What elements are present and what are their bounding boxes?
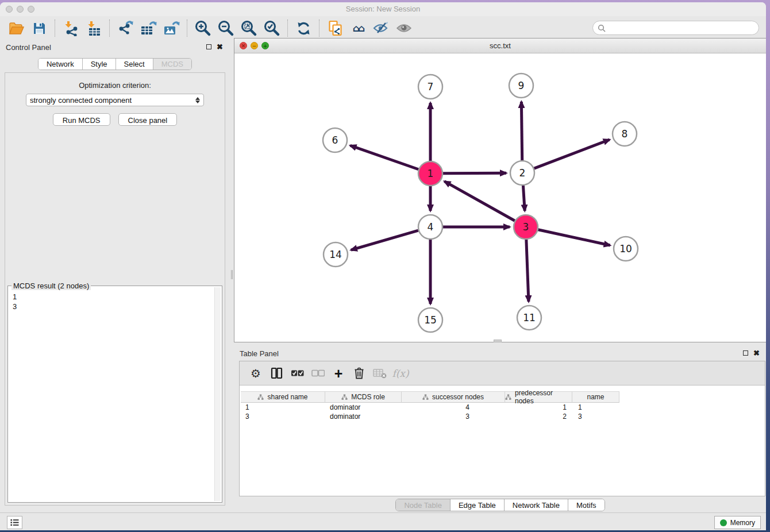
zoom-out-icon[interactable] <box>216 19 236 37</box>
table-row[interactable]: 1dominator411 <box>241 403 764 412</box>
node-7[interactable]: 7 <box>418 75 442 99</box>
edge-2-3[interactable] <box>523 186 525 211</box>
show-all-eye-icon[interactable] <box>394 19 414 37</box>
edge-3-11[interactable] <box>526 240 529 302</box>
node-2[interactable]: 2 <box>510 161 534 185</box>
node-1[interactable]: 1 <box>418 161 442 186</box>
zoom-fit-icon[interactable] <box>239 19 259 37</box>
edge-1-2[interactable] <box>443 173 506 174</box>
toolbar-separator <box>55 20 55 37</box>
close-panel-icon[interactable]: ✖ <box>753 350 760 356</box>
node-9[interactable]: 9 <box>509 74 533 98</box>
hide-selected-eye-icon[interactable] <box>371 19 391 37</box>
apply-preferred-layout-icon[interactable]: ⌂⌂ <box>348 19 368 37</box>
cell-MCDS-role: dominator <box>325 412 402 421</box>
node-15[interactable]: 15 <box>418 308 442 332</box>
memory-button[interactable]: Memory <box>714 516 761 529</box>
edge-3-10[interactable] <box>538 230 610 245</box>
refresh-view-icon[interactable] <box>294 19 313 37</box>
criterion-dropdown-value: strongly connected component <box>30 96 132 105</box>
close-panel-button[interactable]: Close panel <box>118 113 178 126</box>
column-header-shared-name[interactable]: shared name <box>241 391 325 403</box>
edge-2-9[interactable] <box>521 102 522 160</box>
mcds-result-line: 3 <box>13 302 211 311</box>
column-header-MCDS-role[interactable]: MCDS role <box>325 391 402 403</box>
toolbar-separator <box>187 20 187 37</box>
node-3[interactable]: 3 <box>514 215 538 239</box>
column-header-successor-nodes[interactable]: successor nodes <box>402 391 505 403</box>
edge-4-14[interactable] <box>351 230 418 250</box>
tab-style[interactable]: Style <box>83 59 116 70</box>
tab-mcds[interactable]: MCDS <box>153 59 191 70</box>
deselect-all-checkboxes-icon[interactable] <box>307 364 328 383</box>
save-session-icon[interactable] <box>29 19 49 37</box>
result-scrollbar[interactable] <box>214 287 221 501</box>
import-network-icon[interactable] <box>61 19 80 37</box>
optimization-criterion-label: Optimization criterion: <box>5 81 225 90</box>
memory-status-icon <box>720 519 727 526</box>
delete-row-icon[interactable] <box>349 364 369 383</box>
import-table-icon[interactable] <box>84 19 103 37</box>
tab-motifs[interactable]: Motifs <box>568 499 605 511</box>
close-panel-icon[interactable]: ✖ <box>217 44 223 50</box>
tree-hierarchy-icon <box>422 394 429 400</box>
float-panel-icon[interactable] <box>206 44 211 49</box>
zoom-in-icon[interactable] <box>193 19 213 37</box>
edge-2-8[interactable] <box>534 140 610 168</box>
node-4[interactable]: 4 <box>418 215 442 239</box>
search-icon <box>598 24 606 32</box>
table-panel: Table Panel ✖ ⚙ + <box>234 347 766 515</box>
duplicate-network-icon[interactable] <box>325 19 345 37</box>
column-header-predecessor-nodes[interactable]: predecessor nodes <box>505 391 572 403</box>
run-mcds-button[interactable]: Run MCDS <box>53 113 110 126</box>
column-header-label: successor nodes <box>432 393 484 401</box>
cell-name: 1 <box>572 403 619 412</box>
mcds-result-list[interactable]: 13 <box>9 287 214 501</box>
column-layout-icon[interactable] <box>266 364 287 383</box>
svg-text:7: 7 <box>428 81 434 92</box>
cell-name: 3 <box>572 412 619 421</box>
control-panel: Control Panel ✖ NetworkStyleSelectMCDS O… <box>0 40 230 515</box>
svg-text:10: 10 <box>619 243 632 255</box>
window-titlebar: Session: New Session <box>0 2 766 16</box>
mcds-result-line: 1 <box>13 292 211 302</box>
tab-network[interactable]: Network <box>38 59 83 70</box>
node-11[interactable]: 11 <box>517 306 541 330</box>
tab-node-table[interactable]: Node Table <box>396 499 451 511</box>
svg-text:8: 8 <box>622 128 628 140</box>
svg-text:14: 14 <box>329 249 342 260</box>
network-canvas[interactable]: 7968124314101511 <box>234 54 766 342</box>
column-header-name[interactable]: name <box>572 391 619 403</box>
edge-1-6[interactable] <box>350 145 418 169</box>
vertical-splitter[interactable] <box>230 40 234 342</box>
table-row[interactable]: 3dominator323 <box>241 412 764 421</box>
node-8[interactable]: 8 <box>613 122 637 146</box>
delete-table-icon <box>369 364 390 383</box>
task-history-button[interactable] <box>7 516 22 529</box>
tab-edge-table[interactable]: Edge Table <box>451 499 505 511</box>
select-all-checkboxes-icon[interactable] <box>287 364 307 383</box>
search-input[interactable] <box>609 24 759 32</box>
tab-select[interactable]: Select <box>116 59 153 70</box>
node-6[interactable]: 6 <box>323 128 347 152</box>
export-network-icon[interactable] <box>116 19 135 37</box>
status-bar: Memory <box>0 512 766 530</box>
export-image-icon[interactable] <box>161 19 181 37</box>
open-file-icon[interactable] <box>6 19 26 37</box>
horizontal-splitter[interactable] <box>234 342 766 347</box>
tab-network-table[interactable]: Network Table <box>505 499 568 511</box>
node-14[interactable]: 14 <box>324 242 348 267</box>
column-header-label: shared name <box>267 393 307 401</box>
splitter-grip <box>231 270 233 279</box>
network-window-title: scc.txt <box>234 41 766 50</box>
node-10[interactable]: 10 <box>614 237 638 261</box>
edge-3-1[interactable] <box>444 182 514 221</box>
table-panel-title: Table Panel <box>240 349 279 358</box>
add-row-icon[interactable]: + <box>328 364 349 383</box>
export-table-icon[interactable] <box>138 19 158 37</box>
search-box[interactable] <box>592 21 759 35</box>
float-panel-icon[interactable] <box>743 350 748 356</box>
criterion-dropdown[interactable]: strongly connected component <box>26 94 204 106</box>
table-settings-icon[interactable]: ⚙ <box>245 364 266 383</box>
zoom-selected-icon[interactable] <box>262 19 282 37</box>
